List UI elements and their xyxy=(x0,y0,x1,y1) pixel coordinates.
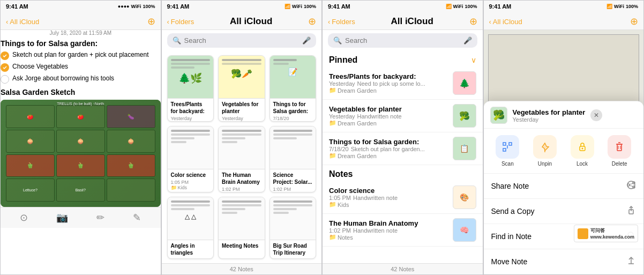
list-item-4[interactable]: Color science 1:05 PM Handwritten note 📁… xyxy=(323,181,483,214)
chevron-left-icon-2: ‹ xyxy=(167,18,169,26)
list-item-folder-1: 📁 Dream Garden xyxy=(329,87,447,94)
list-item-thumb-3: 📋 xyxy=(453,137,476,160)
list-item-info-2: Vegetables for planter Yesterday Handwri… xyxy=(329,105,447,127)
battery-icon-3: 100% xyxy=(465,4,477,9)
note-card-3[interactable]: 📝 Things to for Salsa garden: 7/18/20 📁 … xyxy=(269,55,317,122)
list-item-meta-1: Yesterday Need to pick up some lo... xyxy=(329,80,447,87)
list-item-info-5: The Human Brain Anatomy 1:02 PM Handwrit… xyxy=(329,219,447,241)
status-icons-1: ●●●● WiFi 100% xyxy=(118,4,155,9)
note-card-info-9: Big Sur Road Trip Itinerary xyxy=(270,240,316,258)
list-item-2[interactable]: Vegetables for planter Yesterday Handwri… xyxy=(323,100,483,132)
action-sheet-close-button[interactable]: ✕ xyxy=(590,109,602,121)
wifi-icon-1: WiFi xyxy=(131,4,141,9)
back-label-4: All iCloud xyxy=(493,18,522,26)
search-input-2[interactable] xyxy=(184,36,299,44)
list-item-1[interactable]: Trees/Plants for backyard: Yesterday Nee… xyxy=(323,67,483,100)
wifi-icon-4: WiFi xyxy=(614,4,624,9)
status-icons-4: 📶 WiFi 100% xyxy=(606,4,638,9)
signal-icon-2: 📶 xyxy=(284,4,290,9)
note-card-2[interactable]: 🥦🥕 Vegetables for planter Yesterday 📁 Dr… xyxy=(218,55,265,122)
more-button-2[interactable]: ⊕ xyxy=(308,16,316,27)
list-item-5[interactable]: The Human Brain Anatomy 1:02 PM Handwrit… xyxy=(323,214,483,247)
note-card-info-7: Angles in triangles xyxy=(168,240,214,258)
note-count-2: 42 Notes xyxy=(162,263,322,274)
note-card-meta-6: 1:02 PM xyxy=(273,187,313,192)
watermark-icon xyxy=(578,228,588,239)
panel-list-view: 9:41 AM 📶 WiFi 100% ‹ Folders All iCloud… xyxy=(322,0,483,275)
note-card-8[interactable]: Meeting Notes xyxy=(218,197,265,259)
back-button-3[interactable]: ‹ Folders xyxy=(328,18,355,26)
checklist-item-3: Ask Jorge about borrowing his tools xyxy=(1,75,161,84)
checkmark-circle-icon[interactable]: ⊙ xyxy=(20,212,28,224)
status-icons-3: 📶 WiFi 100% xyxy=(446,4,477,9)
note-card-9[interactable]: Big Sur Road Trip Itinerary xyxy=(269,197,317,259)
note-card-4[interactable]: Color science 1:05 PM 📁 Kids xyxy=(167,126,214,192)
note-card-meta-5: 1:02 PM xyxy=(222,187,261,192)
list-item-meta-3: 7/18/20 Sketch out plan for garden... xyxy=(329,146,447,152)
back-button-1[interactable]: ‹ All iCloud xyxy=(6,18,39,26)
unpin-button[interactable]: Unpin xyxy=(533,135,557,167)
list-item-title-3: Things to for Salsa garden: xyxy=(329,138,447,146)
compose-icon[interactable]: ✎ xyxy=(133,212,141,224)
chevron-left-icon-4: ‹ xyxy=(489,18,491,26)
check-filled-icon-1 xyxy=(1,51,9,60)
note-thumb-1: 🌲🌿 xyxy=(168,56,214,99)
time-3: 9:41 AM xyxy=(328,3,350,10)
note-card-1[interactable]: 🌲🌿 Trees/Plants for backyard: Yesterday … xyxy=(167,55,214,122)
move-note-item[interactable]: Move Note xyxy=(484,249,644,274)
salsa-garden-sketch: 🍅 🍅 🍆 🧅 🧅 🧅 🫑 🫑 🫑 Lettuce? Basil? TRELLI… xyxy=(1,100,161,207)
status-bar-4: 9:41 AM 📶 WiFi 100% xyxy=(484,1,644,12)
scan-button[interactable]: Scan xyxy=(496,135,519,167)
more-button-3[interactable]: ⊕ xyxy=(469,16,477,27)
lock-button[interactable]: Lock xyxy=(571,135,594,167)
notes-section-header: Notes xyxy=(323,165,483,181)
battery-icon-4: 100% xyxy=(626,4,638,9)
note-card-folder-5: 📁 Notes xyxy=(222,192,261,192)
panel-note-detail: 9:41 AM ●●●● WiFi 100% ‹ All iCloud ⊕ Ju… xyxy=(0,0,161,275)
list-item-3[interactable]: Things to for Salsa garden: 7/18/20 Sket… xyxy=(323,132,483,165)
note-card-info-2: Vegetables for planter Yesterday 📁 Dream… xyxy=(219,99,265,122)
more-button-4[interactable]: ⊕ xyxy=(630,16,638,27)
back-button-4[interactable]: ‹ All iCloud xyxy=(489,18,522,26)
note-card-title-3: Things to for Salsa garden: xyxy=(273,101,313,115)
note-card-title-7: Angles in triangles xyxy=(171,242,211,256)
pencil-icon[interactable]: ✏ xyxy=(96,212,104,224)
notes-list: Pinned ∨ Trees/Plants for backyard: Yest… xyxy=(323,51,483,263)
note-card-7[interactable]: △ △ Angles in triangles xyxy=(167,197,214,259)
action-sheet-thumb: 🥦 xyxy=(490,107,507,124)
action-sheet-info: Vegetables for planter Yesterday xyxy=(513,108,586,123)
list-item-info-3: Things to for Salsa garden: 7/18/20 Sket… xyxy=(329,138,447,159)
note-card-6[interactable]: Science Project: Solar... 1:02 PM 📁 Note… xyxy=(269,126,317,192)
note-card-5[interactable]: The Human Brain Anatomy 1:02 PM 📁 Notes xyxy=(218,126,265,192)
more-button-1[interactable]: ⊕ xyxy=(147,16,155,27)
list-item-info-4: Color science 1:05 PM Handwritten note 📁… xyxy=(329,187,447,208)
search-input-3[interactable] xyxy=(345,36,460,44)
camera-icon[interactable]: 📷 xyxy=(56,212,68,224)
share-note-item[interactable]: Share Note xyxy=(484,174,644,199)
battery-icon-2: 100% xyxy=(304,4,316,9)
lock-icon xyxy=(571,135,594,159)
send-copy-label: Send a Copy xyxy=(491,207,535,215)
chevron-left-icon-1: ‹ xyxy=(6,18,8,26)
note-card-meta-1: Yesterday xyxy=(171,116,211,121)
watermark-site: www.kewenda.com xyxy=(590,234,634,240)
checklist-item-2: Choose Vegetables xyxy=(1,63,161,72)
watermark: 可问答 www.kewenda.com xyxy=(574,225,638,242)
list-item-meta-5: 1:02 PM Handwritten note xyxy=(329,227,447,234)
nav-bar-1: ‹ All iCloud ⊕ xyxy=(1,12,161,30)
nav-bar-2: ‹ Folders All iCloud ⊕ xyxy=(162,12,322,30)
search-bar-3[interactable]: 🔍 🎤 xyxy=(328,33,477,48)
back-button-2[interactable]: ‹ Folders xyxy=(167,18,194,26)
note-card-title-8: Meeting Notes xyxy=(222,242,261,249)
note-card-title-5: The Human Brain Anatomy xyxy=(222,172,261,185)
scan-label: Scan xyxy=(501,161,514,167)
note-thumb-9 xyxy=(270,197,316,240)
back-label-1: All iCloud xyxy=(10,18,39,26)
note-section-title: Things to for Salsa garden: xyxy=(1,39,161,48)
delete-button[interactable]: Delete xyxy=(608,135,631,167)
search-bar-2[interactable]: 🔍 🎤 xyxy=(167,33,317,48)
delete-label: Delete xyxy=(612,161,627,167)
send-copy-item[interactable]: Send a Copy xyxy=(484,199,644,224)
pinned-chevron-icon[interactable]: ∨ xyxy=(471,56,476,64)
list-item-folder-3: 📁 Dream Garden xyxy=(329,152,447,159)
